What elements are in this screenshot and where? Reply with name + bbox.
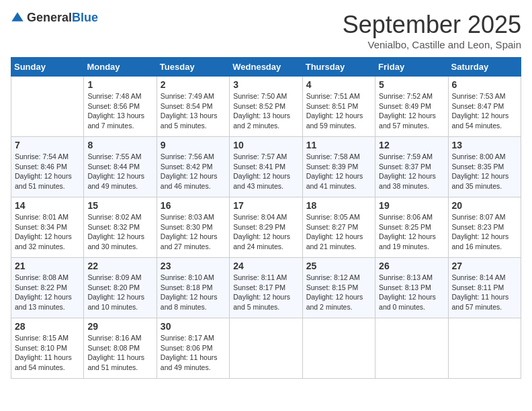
day-info: Sunrise: 7:49 AM Sunset: 8:54 PM Dayligh… bbox=[161, 91, 226, 131]
day-info: Sunrise: 8:08 AM Sunset: 8:22 PM Dayligh… bbox=[15, 273, 80, 312]
day-info: Sunrise: 7:59 AM Sunset: 8:37 PM Dayligh… bbox=[379, 152, 444, 191]
calendar-day-cell bbox=[448, 318, 521, 379]
calendar-day-cell: 15Sunrise: 8:02 AM Sunset: 8:32 PM Dayli… bbox=[84, 197, 157, 258]
calendar-header-cell: Saturday bbox=[448, 58, 521, 77]
day-info: Sunrise: 8:10 AM Sunset: 8:18 PM Dayligh… bbox=[161, 273, 226, 312]
calendar-day-cell bbox=[302, 318, 375, 379]
day-number: 19 bbox=[379, 200, 444, 211]
calendar-day-cell: 19Sunrise: 8:06 AM Sunset: 8:25 PM Dayli… bbox=[375, 197, 448, 258]
calendar-week-row: 28Sunrise: 8:15 AM Sunset: 8:10 PM Dayli… bbox=[11, 318, 521, 379]
day-info: Sunrise: 7:53 AM Sunset: 8:47 PM Dayligh… bbox=[452, 91, 517, 131]
day-number: 7 bbox=[15, 140, 80, 150]
day-number: 13 bbox=[452, 140, 517, 150]
day-info: Sunrise: 8:05 AM Sunset: 8:27 PM Dayligh… bbox=[306, 212, 371, 252]
day-info: Sunrise: 8:09 AM Sunset: 8:20 PM Dayligh… bbox=[87, 273, 152, 312]
day-number: 30 bbox=[161, 321, 226, 332]
day-info: Sunrise: 8:17 AM Sunset: 8:06 PM Dayligh… bbox=[161, 333, 226, 373]
day-number: 28 bbox=[15, 321, 80, 332]
calendar-day-cell: 26Sunrise: 8:13 AM Sunset: 8:13 PM Dayli… bbox=[375, 258, 448, 318]
calendar-day-cell: 14Sunrise: 8:01 AM Sunset: 8:34 PM Dayli… bbox=[11, 197, 84, 258]
day-number: 3 bbox=[233, 79, 298, 90]
day-number: 27 bbox=[452, 261, 517, 271]
day-number: 24 bbox=[233, 261, 298, 271]
day-info: Sunrise: 8:11 AM Sunset: 8:17 PM Dayligh… bbox=[233, 273, 298, 312]
calendar-day-cell: 22Sunrise: 8:09 AM Sunset: 8:20 PM Dayli… bbox=[84, 258, 157, 318]
calendar-day-cell: 8Sunrise: 7:55 AM Sunset: 8:44 PM Daylig… bbox=[84, 137, 157, 197]
day-number: 12 bbox=[379, 140, 444, 150]
day-info: Sunrise: 8:15 AM Sunset: 8:10 PM Dayligh… bbox=[15, 333, 80, 373]
calendar-day-cell: 23Sunrise: 8:10 AM Sunset: 8:18 PM Dayli… bbox=[157, 258, 229, 318]
calendar-day-cell: 6Sunrise: 7:53 AM Sunset: 8:47 PM Daylig… bbox=[448, 77, 521, 137]
day-number: 18 bbox=[306, 200, 371, 211]
day-number: 23 bbox=[161, 261, 226, 271]
calendar-day-cell: 18Sunrise: 8:05 AM Sunset: 8:27 PM Dayli… bbox=[302, 197, 375, 258]
day-number: 21 bbox=[15, 261, 80, 271]
day-info: Sunrise: 8:06 AM Sunset: 8:25 PM Dayligh… bbox=[379, 212, 444, 252]
day-number: 26 bbox=[379, 261, 444, 271]
calendar-day-cell: 12Sunrise: 7:59 AM Sunset: 8:37 PM Dayli… bbox=[375, 137, 448, 197]
calendar-body: 1Sunrise: 7:48 AM Sunset: 8:56 PM Daylig… bbox=[11, 77, 521, 379]
day-number: 4 bbox=[306, 79, 371, 90]
day-number: 25 bbox=[306, 261, 371, 271]
logo-text-general: General bbox=[27, 11, 72, 24]
calendar-table: SundayMondayTuesdayWednesdayThursdayFrid… bbox=[11, 57, 521, 379]
day-number: 9 bbox=[161, 140, 226, 150]
calendar-day-cell: 25Sunrise: 8:12 AM Sunset: 8:15 PM Dayli… bbox=[302, 258, 375, 318]
day-number: 11 bbox=[306, 140, 371, 150]
day-info: Sunrise: 8:12 AM Sunset: 8:15 PM Dayligh… bbox=[306, 273, 371, 312]
day-info: Sunrise: 8:03 AM Sunset: 8:30 PM Dayligh… bbox=[161, 212, 226, 252]
day-info: Sunrise: 7:48 AM Sunset: 8:56 PM Dayligh… bbox=[87, 91, 152, 131]
day-number: 22 bbox=[87, 261, 152, 271]
calendar-week-row: 14Sunrise: 8:01 AM Sunset: 8:34 PM Dayli… bbox=[11, 197, 521, 258]
day-number: 2 bbox=[161, 79, 226, 90]
day-info: Sunrise: 7:57 AM Sunset: 8:41 PM Dayligh… bbox=[233, 152, 298, 191]
day-info: Sunrise: 7:54 AM Sunset: 8:46 PM Dayligh… bbox=[15, 152, 80, 191]
day-info: Sunrise: 8:14 AM Sunset: 8:11 PM Dayligh… bbox=[452, 273, 517, 312]
calendar-day-cell: 16Sunrise: 8:03 AM Sunset: 8:30 PM Dayli… bbox=[157, 197, 229, 258]
day-info: Sunrise: 7:52 AM Sunset: 8:49 PM Dayligh… bbox=[379, 91, 444, 131]
day-info: Sunrise: 8:13 AM Sunset: 8:13 PM Dayligh… bbox=[379, 273, 444, 312]
logo: GeneralBlue bbox=[11, 11, 98, 25]
calendar-week-row: 1Sunrise: 7:48 AM Sunset: 8:56 PM Daylig… bbox=[11, 77, 521, 137]
day-number: 10 bbox=[233, 140, 298, 150]
day-number: 5 bbox=[379, 79, 444, 90]
calendar-day-cell: 17Sunrise: 8:04 AM Sunset: 8:29 PM Dayli… bbox=[230, 197, 302, 258]
calendar-day-cell: 29Sunrise: 8:16 AM Sunset: 8:08 PM Dayli… bbox=[84, 318, 157, 379]
day-info: Sunrise: 8:07 AM Sunset: 8:23 PM Dayligh… bbox=[452, 212, 517, 252]
calendar-week-row: 7Sunrise: 7:54 AM Sunset: 8:46 PM Daylig… bbox=[11, 137, 521, 197]
month-title: September 2025 bbox=[343, 11, 521, 39]
calendar-day-cell: 5Sunrise: 7:52 AM Sunset: 8:49 PM Daylig… bbox=[375, 77, 448, 137]
calendar-header-cell: Monday bbox=[84, 58, 157, 77]
day-number: 6 bbox=[452, 79, 517, 90]
day-info: Sunrise: 8:02 AM Sunset: 8:32 PM Dayligh… bbox=[87, 212, 152, 252]
logo-icon bbox=[11, 11, 24, 25]
svg-marker-0 bbox=[11, 12, 23, 21]
day-number: 16 bbox=[161, 200, 226, 211]
calendar-day-cell: 27Sunrise: 8:14 AM Sunset: 8:11 PM Dayli… bbox=[448, 258, 521, 318]
calendar-day-cell: 20Sunrise: 8:07 AM Sunset: 8:23 PM Dayli… bbox=[448, 197, 521, 258]
calendar-day-cell: 24Sunrise: 8:11 AM Sunset: 8:17 PM Dayli… bbox=[230, 258, 302, 318]
calendar-day-cell: 4Sunrise: 7:51 AM Sunset: 8:51 PM Daylig… bbox=[302, 77, 375, 137]
calendar-day-cell: 10Sunrise: 7:57 AM Sunset: 8:41 PM Dayli… bbox=[230, 137, 302, 197]
calendar-day-cell: 1Sunrise: 7:48 AM Sunset: 8:56 PM Daylig… bbox=[84, 77, 157, 137]
calendar-day-cell: 30Sunrise: 8:17 AM Sunset: 8:06 PM Dayli… bbox=[157, 318, 229, 379]
day-info: Sunrise: 8:00 AM Sunset: 8:35 PM Dayligh… bbox=[452, 152, 517, 191]
calendar-day-cell: 2Sunrise: 7:49 AM Sunset: 8:54 PM Daylig… bbox=[157, 77, 229, 137]
calendar-day-cell: 13Sunrise: 8:00 AM Sunset: 8:35 PM Dayli… bbox=[448, 137, 521, 197]
header: GeneralBlue September 2025 Venialbo, Cas… bbox=[11, 11, 521, 50]
day-number: 8 bbox=[87, 140, 152, 150]
day-number: 29 bbox=[87, 321, 152, 332]
day-info: Sunrise: 8:04 AM Sunset: 8:29 PM Dayligh… bbox=[233, 212, 298, 252]
day-info: Sunrise: 8:16 AM Sunset: 8:08 PM Dayligh… bbox=[87, 333, 152, 373]
day-number: 15 bbox=[87, 200, 152, 211]
day-info: Sunrise: 7:55 AM Sunset: 8:44 PM Dayligh… bbox=[87, 152, 152, 191]
calendar-header-cell: Thursday bbox=[302, 58, 375, 77]
logo-text-blue: Blue bbox=[72, 11, 98, 24]
calendar-day-cell bbox=[11, 77, 84, 137]
title-area: September 2025 Venialbo, Castille and Le… bbox=[343, 11, 521, 50]
calendar-day-cell bbox=[375, 318, 448, 379]
location-title: Venialbo, Castille and Leon, Spain bbox=[343, 39, 521, 50]
calendar-header-cell: Sunday bbox=[11, 58, 84, 77]
calendar-day-cell: 11Sunrise: 7:58 AM Sunset: 8:39 PM Dayli… bbox=[302, 137, 375, 197]
calendar-header-row: SundayMondayTuesdayWednesdayThursdayFrid… bbox=[11, 58, 521, 77]
